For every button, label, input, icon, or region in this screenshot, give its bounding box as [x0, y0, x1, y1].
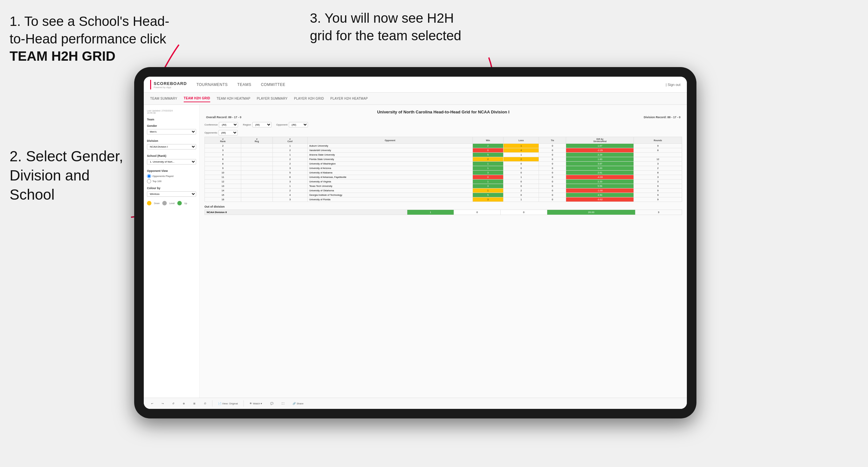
colour-up-circle — [177, 201, 182, 206]
bottom-toolbar: ↩ ↪ ↺ ⊕ ⊞ ⏱ 📄 View: Original 👁 Watch ▾ 💬… — [144, 398, 687, 409]
out-rounds: 3 — [636, 210, 682, 215]
subnav-team-summary[interactable]: TEAM SUMMARY — [150, 95, 177, 102]
table-row: 142University of Oklahoma120-1.009 — [205, 188, 682, 193]
nav-teams[interactable]: TEAMS — [237, 81, 251, 89]
colour-by-select[interactable]: Win/loss — [147, 191, 196, 197]
table-row: 62Florida State University2201.8312 — [205, 157, 682, 162]
redo-btn[interactable]: ↪ — [159, 401, 166, 406]
logo-sub: Powered by clippi — [154, 86, 187, 89]
col-rank: #Rank — [205, 137, 241, 144]
nav-items: TOURNAMENTS TEAMS COMMITTEE — [196, 81, 666, 89]
table-row: 154Georgia Institute of Technology5004.5… — [205, 193, 682, 197]
table-cell: 1 — [472, 166, 503, 170]
out-loss: 0 — [454, 210, 500, 215]
table-cell: 8 — [634, 170, 682, 175]
table-cell — [241, 180, 273, 184]
colour-down-label: Down — [154, 202, 160, 205]
table-cell: 2.33 — [566, 180, 634, 184]
table-cell: 3 — [273, 166, 307, 170]
zoom-btn[interactable]: ⊕ — [180, 401, 188, 406]
crop-btn[interactable]: ⊞ — [191, 401, 198, 406]
table-cell: 2 — [472, 157, 503, 162]
table-cell: 9.00 — [566, 166, 634, 170]
table-cell — [241, 197, 273, 202]
conference-select[interactable]: (All) — [219, 122, 238, 127]
opponent-view-group: Opponents Played Top 100 — [147, 174, 196, 183]
table-cell: 16 — [205, 197, 241, 202]
school-select[interactable]: 1. University of Nort... — [147, 159, 196, 164]
table-cell: 4 — [503, 148, 539, 153]
grid-area: University of North Carolina Head-to-Hea… — [200, 105, 687, 398]
table-cell: 2 — [472, 144, 503, 148]
table-cell: Florida State University — [307, 157, 472, 162]
table-row: 131Texas Tech University3005.569 — [205, 184, 682, 188]
out-win: 1 — [407, 210, 454, 215]
table-cell: Arizona State University — [307, 153, 472, 157]
table-cell: 0 — [539, 148, 566, 153]
table-cell: 5 — [472, 153, 503, 157]
share-btn[interactable]: 🔗 Share — [290, 401, 306, 406]
col-diff: Diff AvStrokes/Rnd — [566, 137, 634, 144]
colour-down-circle — [147, 201, 151, 206]
table-cell: 9 — [634, 144, 682, 148]
table-cell: 1 — [503, 175, 539, 180]
table-cell: 0 — [503, 166, 539, 170]
table-cell: 3 — [472, 184, 503, 188]
filter-row: Conference (All) Region (All) Opponent — [205, 122, 682, 127]
opponent-filter: Opponent (All) — [276, 122, 308, 127]
subnav-player-summary[interactable]: PLAYER SUMMARY — [257, 95, 288, 102]
table-cell — [241, 144, 273, 148]
main-content: Last Updated: 27/03/2024 16:55:38 Team G… — [144, 105, 687, 398]
opponent-select[interactable]: (All) — [289, 122, 308, 127]
grid-records: Overall Record: 89 - 17 - 0 Division Rec… — [205, 116, 682, 119]
table-cell: 0 — [503, 180, 539, 184]
opponents-played-radio[interactable]: Opponents Played — [147, 174, 196, 178]
opponents-filter-select[interactable]: (All) — [219, 130, 238, 135]
table-cell: University of Florida — [307, 197, 472, 202]
sign-out-link[interactable]: | Sign out — [666, 83, 680, 87]
gender-select[interactable]: Men's Women's — [147, 129, 196, 134]
col-opponent: Opponent — [307, 137, 472, 144]
opponent-view-label: Opponent View — [147, 169, 196, 173]
table-cell — [634, 153, 682, 157]
watch-btn[interactable]: 👁 Watch ▾ — [247, 401, 265, 406]
nav-committee[interactable]: COMMITTEE — [261, 81, 286, 89]
navbar: SCOREBOARD Powered by clippi TOURNAMENTS… — [144, 77, 687, 93]
team-label: Team — [147, 118, 196, 121]
region-select[interactable]: (All) — [252, 122, 272, 127]
division-select[interactable]: NCAA Division I NCAA Division II NCAA Di… — [147, 144, 196, 150]
undo-btn[interactable]: ↩ — [149, 401, 156, 406]
table-row: 116University of Arkansas, Fayetteville0… — [205, 175, 682, 180]
fullscreen-btn[interactable]: ⛶ — [279, 401, 287, 406]
table-cell: 1 — [273, 184, 307, 188]
nav-tournaments[interactable]: TOURNAMENTS — [196, 81, 228, 89]
out-of-division-table: NCAA Division II 1 0 0 26.00 3 — [205, 210, 682, 215]
table-cell — [241, 184, 273, 188]
clock-btn[interactable]: ⏱ — [201, 401, 209, 406]
table-cell — [241, 157, 273, 162]
colour-level-circle — [162, 201, 167, 206]
refresh-btn[interactable]: ↺ — [169, 401, 177, 406]
colour-up-label: Up — [184, 202, 187, 205]
subnav-team-h2h-grid[interactable]: TEAM H2H GRID — [184, 95, 210, 102]
table-cell: 3 — [205, 148, 241, 153]
comment-btn[interactable]: 💬 — [268, 401, 276, 406]
subnav-team-h2h-heatmap[interactable]: TEAM H2H HEATMAP — [217, 95, 250, 102]
conference-label: Conference — [205, 123, 218, 126]
table-row: 105University of Alabama3002.618 — [205, 170, 682, 175]
sidebar: Last Updated: 27/03/2024 16:55:38 Team G… — [144, 105, 200, 398]
table-cell: University of Alabama — [307, 170, 472, 175]
table-cell: -4.33 — [566, 175, 634, 180]
table-cell: 0 — [539, 153, 566, 157]
top100-radio[interactable]: Top 100 — [147, 179, 196, 183]
table-cell — [241, 175, 273, 180]
view-original-btn[interactable]: 📄 View: Original — [216, 401, 240, 406]
table-cell: Vanderbilt University — [307, 148, 472, 153]
table-cell: 14 — [205, 188, 241, 193]
table-cell — [241, 166, 273, 170]
colour-by-label: Colour by — [147, 187, 196, 190]
subnav-player-h2h-heatmap[interactable]: PLAYER H2H HEATMAP — [330, 95, 368, 102]
table-cell: 0 — [503, 193, 539, 197]
subnav-player-h2h-grid[interactable]: PLAYER H2H GRID — [294, 95, 324, 102]
logo-bar — [150, 80, 151, 89]
